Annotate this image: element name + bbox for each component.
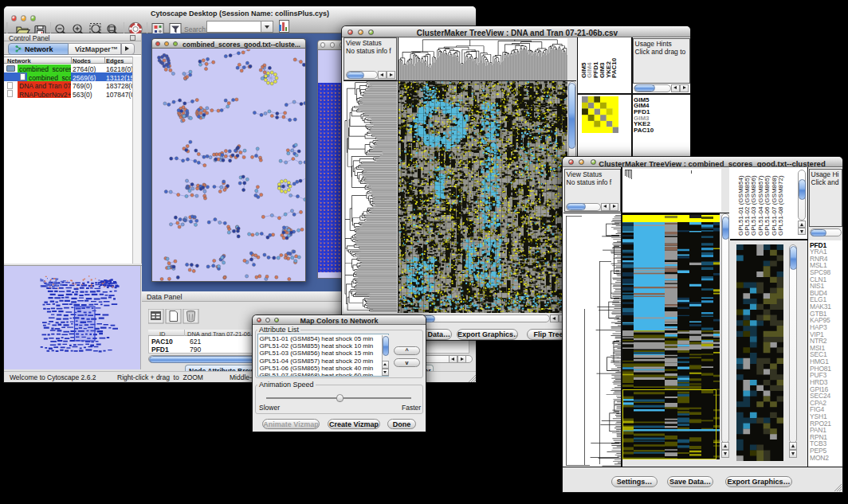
svg-text:Search:: Search: [184, 25, 207, 33]
